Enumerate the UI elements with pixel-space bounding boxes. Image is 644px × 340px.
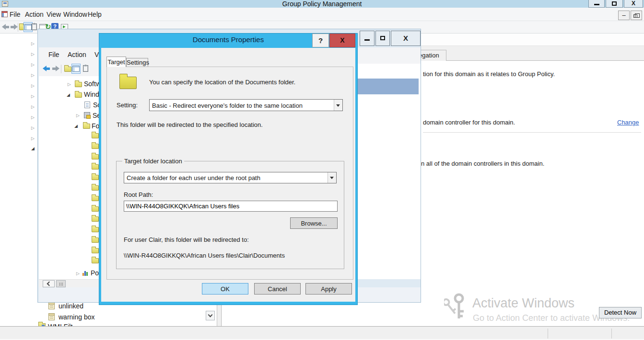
tree-item-policy-qos[interactable]: Po: [91, 269, 99, 277]
editor-menu-view[interactable]: V: [94, 47, 99, 62]
redirect-note: This folder will be redirected to the sp…: [117, 121, 263, 128]
tree-expander[interactable]: ▷: [31, 62, 35, 67]
tree-item-windows-settings[interactable]: Wind: [84, 91, 99, 98]
back-button[interactable]: [2, 24, 10, 30]
change-link[interactable]: Change: [617, 119, 639, 126]
location-dropdown[interactable]: Create a folder for each user under the …: [124, 172, 337, 183]
list-item[interactable]: warning box: [47, 312, 143, 322]
cancel-button-label: Cancel: [268, 285, 287, 293]
statusbar-divider: [611, 329, 612, 339]
close-icon: X: [632, 0, 635, 7]
apply-button[interactable]: Apply: [305, 283, 352, 295]
tab-target-label: Target: [107, 58, 125, 66]
documents-folder-icon: [119, 77, 137, 89]
menu-window[interactable]: Window: [62, 8, 88, 21]
browse-button[interactable]: Browse...: [290, 217, 338, 229]
cancel-button[interactable]: Cancel: [254, 283, 301, 295]
gpo-icon: [48, 313, 55, 320]
child-minimize-button[interactable]: –: [618, 11, 630, 20]
tree-expander[interactable]: ▷: [31, 125, 35, 130]
folder-icon[interactable]: [92, 227, 99, 232]
folder-icon[interactable]: [92, 258, 99, 263]
tree-expander[interactable]: ▷: [31, 52, 35, 57]
main-statusbar: [0, 326, 644, 340]
tab-target[interactable]: Target: [106, 57, 126, 67]
policy-qos-icon: [82, 270, 89, 276]
editor-menu-action[interactable]: Action: [68, 47, 86, 62]
activate-windows-title: Activate Windows: [472, 296, 574, 311]
editor-menu-file[interactable]: File: [48, 47, 59, 62]
tree-expander[interactable]: ▷: [31, 94, 35, 99]
menu-view[interactable]: View: [46, 8, 62, 21]
dialog-close-button[interactable]: X: [329, 34, 355, 47]
tree-expander-expanded[interactable]: ◢: [74, 124, 78, 128]
folder-icon[interactable]: [92, 164, 99, 170]
tree-expander[interactable]: ▷: [31, 73, 35, 78]
menu-file[interactable]: File: [9, 8, 22, 21]
tab-settings[interactable]: Settings: [126, 58, 148, 67]
console-icon: [1, 11, 8, 17]
tree-scroll-down-button[interactable]: [206, 311, 215, 320]
folder-icon[interactable]: [92, 216, 99, 222]
scripts-icon: [84, 102, 90, 108]
tree-expander-expanded[interactable]: ◢: [31, 146, 35, 151]
setting-dropdown[interactable]: Basic - Redirect everyone's folder to th…: [149, 99, 343, 111]
detect-now-label: Detect Now: [604, 309, 636, 316]
close-icon: X: [340, 36, 344, 44]
folder-icon[interactable]: [92, 175, 99, 180]
folder-icon[interactable]: [92, 185, 99, 191]
list-item-label: warning box: [59, 313, 95, 321]
folder-icon: [75, 82, 82, 87]
scroll-left-button[interactable]: [43, 280, 55, 287]
root-path-input[interactable]: [124, 201, 338, 212]
detect-now-button[interactable]: Detect Now: [599, 307, 642, 318]
menu-help[interactable]: Help: [87, 8, 103, 21]
close-icon: X: [403, 34, 408, 42]
maximize-button[interactable]: [606, 0, 623, 8]
editor-forward-button[interactable]: [52, 66, 59, 72]
copy-icon[interactable]: [83, 65, 88, 72]
close-button[interactable]: X: [624, 0, 643, 8]
tree-expander-expanded[interactable]: ◢: [67, 92, 70, 97]
console-tree-toggle[interactable]: [71, 64, 81, 74]
copy-icon[interactable]: [32, 23, 37, 30]
ok-button[interactable]: OK: [202, 283, 248, 295]
folder-icon[interactable]: [92, 154, 99, 159]
export-list-icon[interactable]: [64, 67, 71, 72]
statusbar-divider: [548, 329, 548, 339]
scroll-thumb[interactable]: [56, 280, 66, 287]
child-restore-button[interactable]: [631, 11, 642, 20]
tree-expander[interactable]: ▷: [31, 41, 35, 46]
list-item-label: unlinked: [59, 302, 83, 310]
editor-close-button[interactable]: X: [391, 31, 421, 46]
folder-icon[interactable]: [92, 133, 99, 138]
tree-item-software-settings[interactable]: Softw: [84, 80, 101, 88]
folder-icon[interactable]: [92, 248, 99, 253]
target-folder-location-group: Target folder location Create a folder f…: [116, 161, 344, 269]
chevron-left-icon: [47, 282, 52, 286]
folder-icon[interactable]: [92, 144, 99, 149]
minimize-button[interactable]: [588, 0, 605, 8]
editor-maximize-button[interactable]: [375, 31, 390, 46]
tree-expander[interactable]: ▷: [76, 271, 80, 276]
folder-icon[interactable]: [92, 238, 99, 243]
tree-expander[interactable]: ▷: [68, 82, 71, 87]
tree-expander[interactable]: ▷: [31, 136, 35, 141]
folder-icon[interactable]: [92, 206, 99, 212]
tree-expander[interactable]: ▷: [31, 83, 35, 88]
menu-action[interactable]: Action: [24, 8, 45, 21]
forward-button[interactable]: [10, 24, 18, 30]
tree-expander[interactable]: ▷: [31, 104, 35, 109]
folder-icon[interactable]: [92, 196, 99, 201]
tree-expander[interactable]: ▷: [76, 113, 80, 118]
dc-status-text: n all of the domain controllers in this …: [421, 160, 544, 167]
dialog-help-button[interactable]: ?: [312, 34, 329, 47]
editor-back-button[interactable]: [43, 66, 50, 72]
maximize-icon: [612, 1, 617, 6]
tree-item-folder-redirection[interactable]: Fo: [92, 122, 99, 130]
dropdown-arrow-icon[interactable]: [328, 172, 336, 183]
dropdown-arrow-icon[interactable]: [334, 100, 342, 111]
help-icon: ?: [318, 36, 323, 45]
editor-minimize-button[interactable]: [360, 31, 375, 46]
tree-expander[interactable]: ▷: [31, 115, 35, 120]
